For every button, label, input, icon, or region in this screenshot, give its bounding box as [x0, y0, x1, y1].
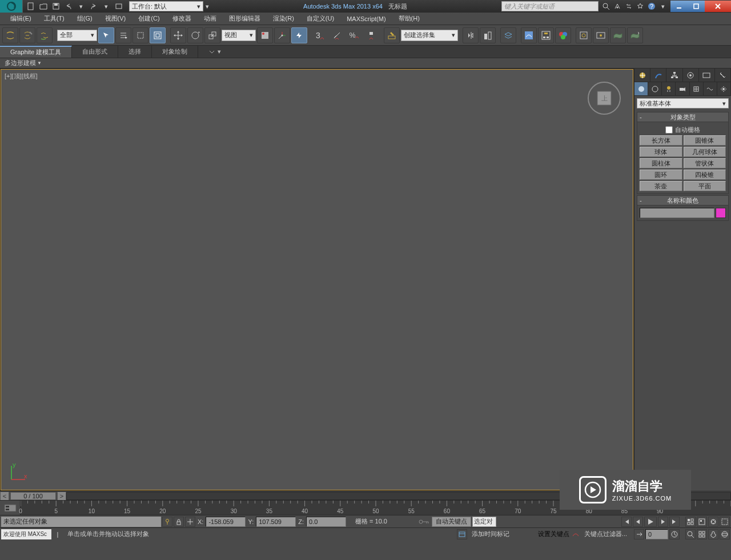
menu-rendering[interactable]: 渲染(R)	[267, 14, 300, 23]
obj-box[interactable]: 长方体	[640, 135, 682, 146]
object-color-swatch[interactable]	[716, 208, 726, 218]
selection-filter-combo[interactable]: 全部▾	[57, 30, 97, 41]
favorites-icon[interactable]	[635, 1, 645, 11]
render-production-icon[interactable]	[610, 27, 626, 43]
vp-min-max-icon[interactable]	[697, 517, 707, 527]
vp-zoom-icon[interactable]	[720, 517, 730, 527]
search-input[interactable]: 键入关键字或短语	[501, 1, 599, 11]
use-pivot-center-icon[interactable]	[257, 27, 273, 43]
obj-sphere[interactable]: 球体	[640, 147, 682, 157]
rollout-namecolor-header[interactable]: -名称和颜色	[637, 195, 729, 206]
named-sel-edit-icon[interactable]	[384, 27, 400, 43]
cp-tab-modify[interactable]	[650, 69, 666, 82]
move-icon[interactable]	[170, 27, 186, 43]
play-icon[interactable]	[644, 517, 657, 527]
time-slider-right[interactable]: >	[57, 491, 66, 501]
new-icon[interactable]	[25, 1, 37, 11]
render-iterative-icon[interactable]	[627, 27, 643, 43]
menu-create[interactable]: 创建(C)	[132, 14, 165, 23]
cp-tab-create[interactable]	[634, 69, 650, 82]
autokey-button[interactable]: 自动关键点	[432, 517, 471, 527]
select-object-icon[interactable]	[98, 27, 114, 43]
menu-customize[interactable]: 自定义(U)	[301, 14, 340, 23]
spinner-snap-icon[interactable]	[363, 27, 379, 43]
ref-coord-combo[interactable]: 视图▾	[222, 30, 256, 41]
cp-sub-geometry[interactable]	[634, 82, 648, 95]
align-icon[interactable]	[480, 27, 496, 43]
time-config-icon[interactable]	[669, 529, 680, 539]
cp-sub-shapes[interactable]	[648, 82, 662, 95]
save-icon[interactable]	[50, 1, 62, 11]
search-go-icon[interactable]	[601, 1, 611, 11]
setkey-button[interactable]: 设置关键点	[538, 530, 569, 538]
select-by-name-icon[interactable]	[115, 27, 131, 43]
viewcube[interactable]: 上	[587, 81, 621, 115]
category-combo[interactable]: 标准基本体▾	[637, 98, 729, 108]
selection-region-icon[interactable]	[132, 27, 148, 43]
cp-tab-motion[interactable]	[683, 69, 699, 82]
rollout-objtype-header[interactable]: -对象类型	[637, 112, 729, 122]
goto-end-icon[interactable]	[669, 517, 680, 527]
help-icon[interactable]: ?	[646, 1, 657, 11]
cp-sub-systems[interactable]	[717, 82, 731, 95]
key-icon[interactable]	[417, 517, 431, 527]
prev-frame-icon[interactable]	[633, 517, 643, 527]
menu-edit[interactable]: 编辑(E)	[5, 14, 37, 23]
vp-pan2-icon[interactable]	[708, 529, 718, 539]
material-editor-icon[interactable]	[555, 27, 571, 43]
rotate-icon[interactable]	[187, 27, 203, 43]
cp-sub-helpers[interactable]	[690, 82, 704, 95]
project-icon[interactable]	[113, 1, 124, 11]
window-crossing-icon[interactable]	[150, 27, 166, 43]
obj-pyramid[interactable]: 四棱锥	[684, 170, 726, 180]
obj-geosphere[interactable]: 几何球体	[684, 147, 726, 157]
cp-tab-utilities[interactable]	[715, 69, 731, 82]
menu-tools[interactable]: 工具(T)	[38, 14, 70, 23]
vp-zoom-extents-icon[interactable]	[685, 529, 696, 539]
ribbon-tab-selection[interactable]: 选择	[118, 46, 152, 58]
subscription-icon[interactable]	[612, 1, 622, 11]
minimize-button[interactable]	[670, 1, 688, 12]
ribbon-subtab[interactable]: 多边形建模 ▼	[0, 58, 731, 69]
layer-manager-icon[interactable]	[500, 27, 516, 43]
viewport[interactable]: [+][顶][线框] 上 yx	[1, 69, 633, 490]
menu-animation[interactable]: 动画	[198, 14, 222, 23]
key-filter-button[interactable]: 关键点过滤器...	[582, 529, 629, 539]
undo-icon[interactable]	[63, 1, 74, 11]
menu-views[interactable]: 视图(V)	[99, 14, 132, 23]
selection-lock-icon[interactable]	[2, 27, 18, 43]
y-input[interactable]: 107.509	[256, 517, 296, 527]
rendered-frame-icon[interactable]	[593, 27, 609, 43]
cp-tab-display[interactable]	[699, 69, 715, 82]
object-name-input[interactable]	[640, 208, 714, 218]
x-input[interactable]: -158.059	[206, 517, 246, 527]
undo-drop-icon[interactable]: ▾	[75, 1, 87, 11]
autogrid-checkbox[interactable]	[665, 126, 673, 134]
menu-group[interactable]: 组(G)	[71, 14, 98, 23]
close-button[interactable]	[705, 1, 731, 12]
current-frame-input[interactable]: 0	[645, 529, 668, 539]
exchange-icon[interactable]	[624, 1, 634, 11]
cp-sub-cameras[interactable]	[676, 82, 689, 95]
goto-start-icon[interactable]	[621, 517, 632, 527]
cp-sub-spacewarps[interactable]	[704, 82, 717, 95]
vp-zoom-all-icon[interactable]	[697, 529, 707, 539]
menu-modifiers[interactable]: 修改器	[167, 14, 197, 23]
ribbon-tab-graphite[interactable]: Graphite 建模工具	[0, 46, 72, 58]
manipulate-icon[interactable]	[274, 27, 290, 43]
maxscript-listener[interactable]: 欢迎使用 MAXSc	[1, 529, 51, 539]
key-curve-icon[interactable]	[571, 529, 581, 539]
link-icon[interactable]	[19, 27, 35, 43]
next-frame-icon[interactable]	[658, 517, 668, 527]
angle-snap-icon[interactable]	[329, 27, 345, 43]
selection-lock-icon2[interactable]	[162, 517, 172, 527]
maximize-button[interactable]	[688, 1, 705, 12]
absolute-transform-icon[interactable]	[185, 517, 195, 527]
z-input[interactable]: 0.0	[306, 517, 346, 527]
redo-icon[interactable]	[88, 1, 99, 11]
cp-tab-hierarchy[interactable]	[666, 69, 682, 82]
obj-plane[interactable]: 平面	[684, 181, 726, 191]
key-selset-combo[interactable]: 选定对	[472, 517, 496, 527]
keyboard-shortcut-override-icon[interactable]	[291, 27, 307, 43]
vp-iso-icon[interactable]	[685, 517, 696, 527]
